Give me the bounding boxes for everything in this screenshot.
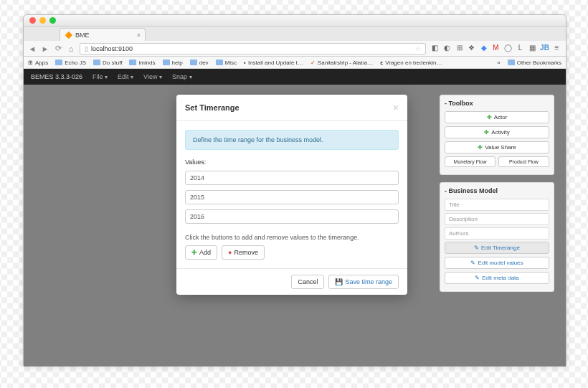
page-icon: ▯ — [85, 45, 88, 52]
business-model-panel: - Business Model Title Description Autho… — [440, 182, 554, 292]
folder-icon — [216, 60, 223, 65]
folder-icon — [93, 60, 100, 65]
ext-icon[interactable]: ◧ — [430, 44, 440, 53]
edit-values-button[interactable]: ✎Edit model values — [445, 257, 549, 269]
bookmark-item[interactable]: help — [163, 60, 183, 66]
address-bar: ◄ ► ⟳ ⌂ ▯ localhost:9100 ☆ ◧ ◐ ⊞ ❖ ◆ M ◯… — [24, 41, 566, 57]
modal-title: Set Timerange — [185, 103, 240, 112]
ext-icon[interactable]: ⊞ — [455, 44, 464, 53]
extension-icons: ◧ ◐ ⊞ ❖ ◆ M ◯ L ▦ JB ≡ — [430, 44, 561, 53]
modal-backdrop: - Toolbox ✚Actor ✚Activity ✚Value Share … — [24, 85, 566, 366]
monetary-flow-button[interactable]: Monetary Flow — [445, 156, 495, 167]
value-input-1[interactable] — [185, 190, 399, 204]
add-button[interactable]: ✚Add — [185, 245, 217, 260]
edit-timerange-button[interactable]: ✎Edit Timerange — [445, 242, 549, 254]
reload-icon[interactable]: ⟳ — [54, 44, 62, 53]
close-icon[interactable]: × — [393, 102, 399, 113]
bookmark-item[interactable]: dev — [190, 60, 209, 66]
bookmark-item[interactable]: Do stuff — [93, 60, 122, 66]
right-sidebar: - Toolbox ✚Actor ✚Activity ✚Value Share … — [440, 95, 554, 299]
info-alert: Define the time range for the business m… — [185, 130, 399, 150]
ext-icon[interactable]: L — [516, 44, 525, 53]
bookmark-overflow[interactable]: » — [497, 60, 500, 66]
minimize-window-icon[interactable] — [39, 17, 46, 24]
activity-button[interactable]: ✚Activity — [445, 126, 549, 138]
menu-view[interactable]: View ▾ — [143, 73, 162, 80]
close-tab-icon[interactable]: × — [137, 32, 141, 39]
desktop: 🔶 BME × ◄ ► ⟳ ⌂ ▯ localhost:9100 ☆ ◧ ◐ ⊞… — [0, 0, 588, 388]
menu-file[interactable]: File ▾ — [93, 73, 108, 80]
page-content: BEMES 3.3.3-026 File ▾ Edit ▾ View ▾ Sna… — [24, 69, 566, 366]
other-bookmarks[interactable]: Other Bookmarks — [508, 60, 561, 66]
browser-tab[interactable]: 🔶 BME × — [60, 28, 146, 41]
back-icon[interactable]: ◄ — [28, 44, 37, 53]
ext-icon[interactable]: ▦ — [528, 44, 537, 53]
folder-icon — [129, 60, 136, 65]
home-icon[interactable]: ⌂ — [67, 44, 75, 53]
cancel-button[interactable]: Cancel — [291, 275, 324, 289]
modal-footer: Cancel 💾Save time range — [176, 268, 407, 295]
bm-description-field[interactable]: Description — [445, 213, 549, 225]
pencil-icon: ✎ — [474, 245, 479, 251]
set-timerange-modal: Set Timerange × Define the time range fo… — [176, 95, 407, 295]
edit-meta-button[interactable]: ✎Edit meta data — [445, 272, 549, 284]
value-input-0[interactable] — [185, 171, 399, 185]
bookmark-item[interactable]: ⊞Apps — [28, 60, 48, 66]
app-brand: BEMES 3.3.3-026 — [31, 73, 82, 80]
star-icon[interactable]: ☆ — [415, 45, 421, 52]
plus-icon: ✚ — [487, 114, 492, 120]
menu-edit[interactable]: Edit ▾ — [118, 73, 133, 80]
plus-icon: ✚ — [478, 144, 483, 151]
ext-icon[interactable]: ◐ — [442, 44, 452, 53]
bm-authors-field[interactable]: Authors — [445, 227, 549, 240]
ext-icon[interactable]: ❖ — [467, 44, 476, 53]
remove-button[interactable]: ●Remove — [222, 245, 265, 260]
ext-icon[interactable]: JB — [540, 44, 549, 53]
ext-icon[interactable]: ◆ — [479, 44, 488, 53]
bookmark-item[interactable]: ▪Install and Update t… — [244, 60, 303, 66]
apps-icon: ⊞ — [28, 60, 33, 66]
modal-header: Set Timerange × — [176, 95, 407, 121]
ext-icon[interactable]: M — [491, 44, 501, 53]
toolbox-panel: - Toolbox ✚Actor ✚Activity ✚Value Share … — [440, 95, 554, 175]
bookmark-item[interactable]: Echo JS — [55, 60, 86, 66]
save-button[interactable]: 💾Save time range — [328, 275, 399, 289]
bookmark-item[interactable]: ✓Sanitairstrip - Alaba… — [310, 60, 373, 66]
tab-title: BME — [75, 32, 90, 39]
bookmark-item[interactable]: iminds — [129, 60, 155, 66]
url-input[interactable]: ▯ localhost:9100 ☆ — [80, 43, 426, 55]
close-window-icon[interactable] — [29, 17, 36, 24]
url-text: localhost:9100 — [91, 45, 133, 52]
bookmark-item[interactable]: Misc — [216, 60, 237, 66]
page-icon: ✓ — [310, 60, 316, 66]
window-controls — [24, 15, 566, 27]
folder-icon — [508, 60, 515, 65]
hint-text: Click the buttons to add and remove valu… — [185, 234, 399, 241]
ext-icon[interactable]: ◯ — [503, 44, 513, 53]
pencil-icon: ✎ — [475, 275, 480, 281]
menu-snap[interactable]: Snap ▾ — [172, 73, 192, 80]
value-share-button[interactable]: ✚Value Share — [445, 141, 549, 153]
plus-icon: ✚ — [191, 249, 197, 256]
product-flow-button[interactable]: Product Flow — [498, 156, 549, 167]
folder-icon — [190, 60, 197, 65]
bm-title: - Business Model — [445, 187, 549, 194]
favicon-icon: 🔶 — [65, 32, 72, 39]
plus-icon: ✚ — [484, 129, 489, 136]
values-label: Values: — [185, 158, 399, 166]
modal-body: Define the time range for the business m… — [176, 121, 407, 268]
save-icon: 💾 — [335, 278, 343, 285]
menu-icon[interactable]: ≡ — [552, 44, 561, 53]
folder-icon — [163, 60, 170, 65]
actor-button[interactable]: ✚Actor — [445, 111, 549, 123]
minus-icon: ● — [228, 249, 232, 256]
tab-strip: 🔶 BME × — [24, 27, 566, 41]
forward-icon[interactable]: ► — [41, 44, 49, 53]
maximize-window-icon[interactable] — [49, 17, 56, 24]
value-input-2[interactable] — [185, 209, 399, 224]
page-icon: ɛ — [380, 60, 383, 66]
folder-icon — [55, 60, 62, 65]
bm-title-field[interactable]: Title — [445, 199, 549, 211]
bookmark-item[interactable]: ɛVragen en bedenkin… — [380, 60, 442, 66]
bookmarks-bar: ⊞Apps Echo JS Do stuff iminds help dev M… — [24, 57, 566, 69]
